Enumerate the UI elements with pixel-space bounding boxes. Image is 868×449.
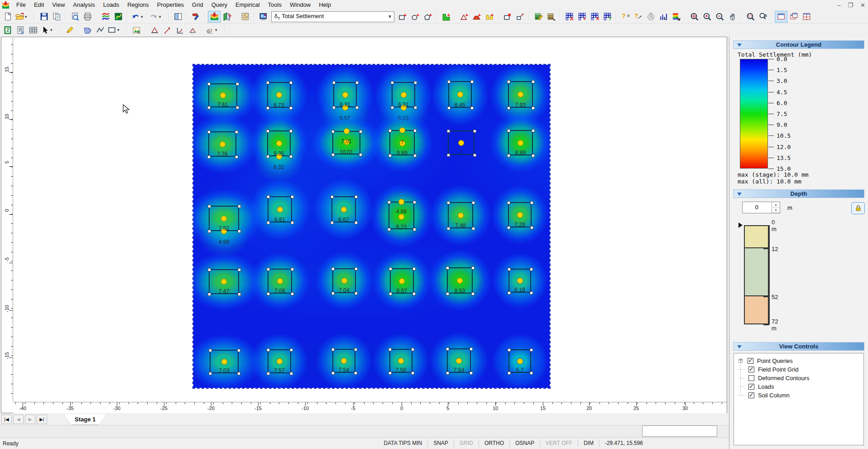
vertex-handle[interactable]: [530, 268, 533, 271]
dim-length-button[interactable]: [161, 24, 173, 36]
vertex-handle[interactable]: [473, 154, 476, 157]
dim-triangle-button[interactable]: [148, 24, 161, 36]
vertex-handle[interactable]: [291, 221, 294, 224]
view-control-point-queries[interactable]: Point Queries: [739, 357, 793, 365]
redo-button[interactable]: ▾: [148, 11, 166, 23]
vertex-handle[interactable]: [473, 130, 476, 133]
materials-button[interactable]: ?: [221, 11, 233, 23]
vertex-handle[interactable]: [412, 292, 416, 295]
vertex-handle[interactable]: [236, 82, 239, 86]
vertex-handle[interactable]: [507, 201, 510, 204]
vertex-handle[interactable]: [208, 230, 211, 233]
add-embankment-button[interactable]: +: [470, 11, 483, 23]
query-point-dot[interactable]: [277, 207, 283, 212]
status--29-471-15-596[interactable]: -29.471, 15.596: [599, 439, 648, 447]
checkbox[interactable]: [748, 392, 754, 398]
query-point-dot[interactable]: [399, 127, 405, 133]
contour-style-button[interactable]: [99, 11, 112, 23]
vertex-handle[interactable]: [289, 81, 293, 84]
delete-load-button[interactable]: [501, 11, 514, 23]
vertex-handle[interactable]: [289, 155, 293, 158]
window-cascade-button[interactable]: [787, 11, 800, 23]
vertex-handle[interactable]: [359, 153, 362, 156]
vertex-handle[interactable]: [507, 226, 510, 229]
zoom-window-button[interactable]: [744, 11, 757, 23]
vertex-handle[interactable]: [470, 348, 473, 351]
vertex-handle[interactable]: [266, 130, 269, 133]
query-point-dot[interactable]: [457, 278, 463, 284]
query-point-dot[interactable]: [342, 92, 348, 98]
settlement-plot-button[interactable]: [208, 11, 221, 23]
query-point-dot[interactable]: [276, 92, 282, 98]
vertex-handle[interactable]: [508, 348, 511, 352]
collapse-icon[interactable]: [737, 193, 742, 196]
vertex-handle[interactable]: [530, 348, 533, 352]
query-point-dot[interactable]: [456, 358, 462, 364]
query-graph-button[interactable]: [657, 11, 670, 23]
vertex-handle[interactable]: [267, 372, 270, 375]
menu-properties[interactable]: Properties: [153, 0, 188, 10]
vertex-handle[interactable]: [391, 81, 394, 84]
project-settings-button[interactable]: [190, 11, 202, 23]
vertex-handle[interactable]: [470, 106, 474, 110]
vertex-handle[interactable]: [331, 372, 335, 375]
query-contour-button[interactable]: [670, 11, 682, 23]
settlement-contour-plot[interactable]: 7.616.736.315.576.315.536.457.937.769.35…: [193, 65, 550, 388]
view-controls-header[interactable]: View Controls: [733, 342, 864, 351]
vertex-handle[interactable]: [388, 201, 391, 204]
menu-empirical[interactable]: Empirical: [231, 0, 264, 10]
status-vert-off[interactable]: VERT OFF: [540, 439, 578, 447]
vertex-handle[interactable]: [472, 227, 475, 230]
vertex-handle[interactable]: [413, 228, 416, 231]
vertex-handle[interactable]: [355, 221, 358, 224]
query-point-dot[interactable]: [517, 278, 523, 284]
vertex-handle[interactable]: [472, 201, 475, 204]
vertex-handle[interactable]: [389, 267, 392, 270]
vertex-handle[interactable]: [446, 266, 449, 270]
menu-query[interactable]: Query: [207, 0, 231, 10]
vertex-handle[interactable]: [238, 205, 241, 208]
query-point-dot[interactable]: [457, 92, 463, 97]
stage-prev-button[interactable]: ◀: [13, 415, 24, 424]
vertex-handle[interactable]: [411, 372, 414, 375]
vertex-handle[interactable]: [414, 81, 417, 84]
vertex-handle[interactable]: [267, 292, 270, 295]
depth-header[interactable]: Depth: [733, 189, 864, 198]
stage-first-button[interactable]: |◀: [1, 415, 12, 424]
menu-edit[interactable]: Edit: [30, 0, 48, 10]
query-point-dot[interactable]: [220, 92, 226, 98]
contour-legend-header[interactable]: Contour Legend: [733, 40, 864, 49]
draw-polygon-button[interactable]: [81, 24, 94, 36]
restore-button[interactable]: ❐: [848, 2, 853, 9]
vertex-handle[interactable]: [507, 154, 510, 157]
query-point-dot[interactable]: [276, 140, 282, 146]
select-arrow-button[interactable]: ▾: [39, 24, 58, 36]
copy-button[interactable]: [50, 11, 63, 23]
query-point-dot[interactable]: [277, 358, 283, 364]
vertex-handle[interactable]: [332, 106, 336, 109]
zoom-plusminus-button[interactable]: ±: [757, 11, 769, 23]
vertex-handle[interactable]: [532, 80, 535, 83]
vertex-handle[interactable]: [331, 221, 334, 224]
add-region-button[interactable]: +: [440, 11, 452, 23]
query-point-dot[interactable]: [398, 358, 404, 364]
eraser-button[interactable]: ▾: [204, 24, 222, 36]
vertex-handle[interactable]: [470, 372, 473, 375]
menu-analysis[interactable]: Analysis: [69, 0, 99, 10]
query-point-dot[interactable]: [341, 278, 347, 284]
result-type-combo[interactable]: δT Total Settlement▼: [271, 11, 394, 22]
query-point-dot[interactable]: [341, 358, 347, 364]
query-point-dot[interactable]: [344, 128, 350, 134]
query-point-dot[interactable]: [341, 207, 347, 212]
vertex-handle[interactable]: [388, 228, 391, 231]
status-osnap[interactable]: OSNAP: [509, 439, 540, 447]
vertex-handle[interactable]: [354, 372, 357, 375]
vertex-handle[interactable]: [530, 201, 533, 204]
status-ortho[interactable]: ORTHO: [479, 439, 509, 447]
query-point-dot[interactable]: [221, 216, 227, 222]
vertex-handle[interactable]: [532, 154, 535, 157]
window-tile-button[interactable]: [800, 11, 813, 23]
vertex-handle[interactable]: [532, 129, 535, 132]
close-button[interactable]: ✕: [860, 2, 865, 9]
vertex-handle[interactable]: [530, 372, 533, 375]
